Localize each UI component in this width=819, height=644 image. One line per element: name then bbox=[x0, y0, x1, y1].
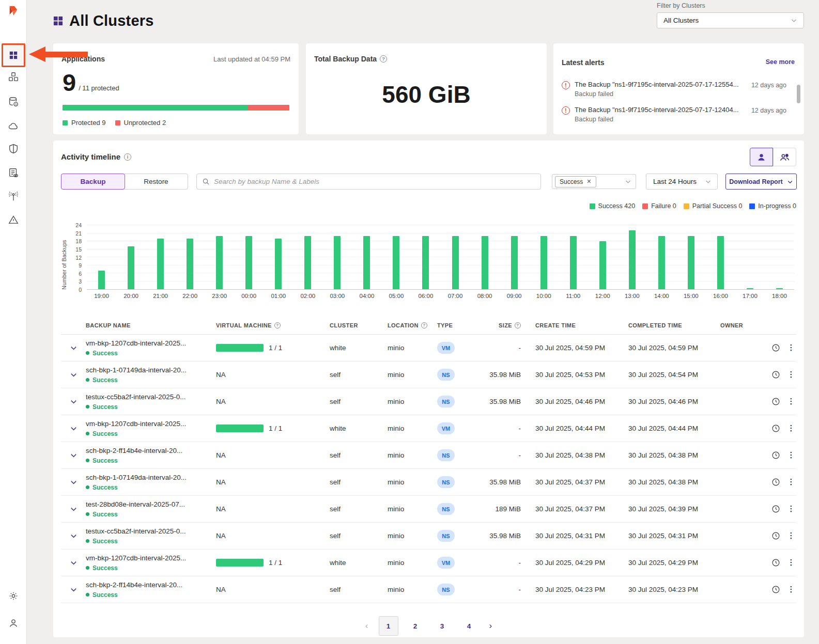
tab-restore[interactable]: Restore bbox=[125, 174, 188, 189]
type-cell: NS bbox=[437, 449, 486, 461]
chart-bar[interactable] bbox=[422, 236, 429, 289]
sidebar-item-profile[interactable] bbox=[7, 617, 20, 630]
chart-bar[interactable] bbox=[98, 271, 105, 289]
chart-bar[interactable] bbox=[128, 246, 134, 289]
chart-bar[interactable] bbox=[511, 236, 518, 289]
expand-chevron-icon[interactable] bbox=[61, 559, 86, 567]
chart-bar[interactable] bbox=[482, 236, 488, 289]
prev-page-button[interactable]: ‹ bbox=[362, 621, 372, 631]
kebab-menu-icon[interactable]: ⋮ bbox=[786, 588, 796, 591]
chart-bar[interactable] bbox=[452, 236, 459, 289]
sidebar-item-settings[interactable] bbox=[7, 589, 20, 603]
status-filter-select[interactable]: Success ✕ bbox=[552, 174, 636, 189]
app-logo-icon[interactable] bbox=[7, 4, 20, 18]
next-page-button[interactable]: › bbox=[486, 621, 496, 631]
sidebar-item-alerts[interactable] bbox=[7, 213, 20, 227]
chart-bar[interactable] bbox=[187, 239, 193, 289]
clock-icon[interactable] bbox=[765, 424, 786, 433]
help-icon[interactable]: ? bbox=[274, 322, 281, 328]
x-tick-label: 05:00 bbox=[382, 293, 411, 299]
chart-bar[interactable] bbox=[688, 236, 694, 289]
page-button[interactable]: 1 bbox=[379, 616, 398, 636]
chart-bar[interactable] bbox=[304, 236, 311, 289]
sidebar-item-reports[interactable] bbox=[7, 166, 20, 180]
single-user-view-button[interactable] bbox=[750, 148, 773, 166]
kebab-menu-icon[interactable]: ⋮ bbox=[786, 507, 796, 510]
sidebar-item-clusters[interactable] bbox=[7, 70, 20, 84]
table-body: vm-bkp-1207cdb-interval-2025...Success1 … bbox=[61, 335, 796, 603]
sidebar-item-monitoring[interactable] bbox=[7, 190, 20, 203]
expand-chevron-icon[interactable] bbox=[61, 371, 86, 379]
info-icon[interactable]: i bbox=[124, 153, 131, 161]
kebab-menu-icon[interactable]: ⋮ bbox=[786, 561, 796, 564]
cluster-filter-select[interactable]: All Clusters bbox=[657, 12, 804, 28]
kebab-menu-icon[interactable]: ⋮ bbox=[786, 453, 796, 457]
chart-bar[interactable] bbox=[599, 241, 606, 289]
y-tick-label: 3 bbox=[79, 278, 82, 285]
chart-legend-item: Success 420 bbox=[590, 202, 636, 210]
help-icon[interactable]: ? bbox=[515, 322, 521, 328]
chart-bar[interactable] bbox=[393, 236, 399, 289]
expand-chevron-icon[interactable] bbox=[61, 478, 86, 486]
see-more-link[interactable]: See more bbox=[766, 58, 795, 66]
clock-icon[interactable] bbox=[765, 478, 786, 486]
kebab-menu-icon[interactable]: ⋮ bbox=[786, 400, 796, 403]
download-report-button[interactable]: Download Report bbox=[725, 174, 797, 190]
sidebar-item-targets[interactable] bbox=[7, 119, 20, 133]
expand-chevron-icon[interactable] bbox=[61, 398, 86, 405]
kebab-menu-icon[interactable]: ⋮ bbox=[786, 346, 796, 349]
clock-icon[interactable] bbox=[765, 343, 786, 352]
expand-chevron-icon[interactable] bbox=[61, 532, 86, 540]
alerts-scrollbar[interactable] bbox=[797, 85, 800, 103]
chart-bar[interactable] bbox=[363, 236, 370, 289]
expand-chevron-icon[interactable] bbox=[61, 344, 86, 352]
sidebar-item-security[interactable] bbox=[7, 142, 20, 155]
kebab-menu-icon[interactable]: ⋮ bbox=[786, 373, 796, 376]
clock-icon[interactable] bbox=[765, 531, 786, 540]
chart-bar[interactable] bbox=[570, 236, 577, 289]
chart-bar[interactable] bbox=[717, 236, 724, 289]
page-button[interactable]: 3 bbox=[432, 616, 452, 636]
cluster-filter-value: All Clusters bbox=[663, 17, 699, 24]
clock-icon[interactable] bbox=[765, 397, 786, 406]
protected-count-number: 9 bbox=[63, 70, 76, 95]
sidebar-item-backups[interactable] bbox=[7, 95, 20, 108]
clock-icon[interactable] bbox=[765, 585, 786, 594]
expand-chevron-icon[interactable] bbox=[61, 451, 86, 459]
chart-bar[interactable] bbox=[658, 236, 665, 289]
page-button[interactable]: 2 bbox=[406, 616, 425, 636]
multi-user-view-button[interactable] bbox=[773, 148, 796, 166]
page-title-grid-icon bbox=[53, 16, 63, 26]
create-time-cell: 30 Jul 2025, 04:46 PM bbox=[535, 398, 628, 405]
chip-remove-icon[interactable]: ✕ bbox=[586, 178, 591, 185]
help-icon[interactable]: ? bbox=[421, 322, 427, 328]
x-tick-label: 23:00 bbox=[205, 293, 234, 299]
kebab-menu-icon[interactable]: ⋮ bbox=[786, 427, 796, 430]
chart-bar[interactable] bbox=[275, 239, 282, 289]
expand-chevron-icon[interactable] bbox=[61, 425, 86, 432]
chart-bar[interactable] bbox=[216, 236, 223, 289]
chart-bar[interactable] bbox=[747, 288, 753, 289]
clock-icon[interactable] bbox=[765, 505, 786, 513]
kebab-menu-icon[interactable]: ⋮ bbox=[786, 534, 796, 537]
search-input[interactable] bbox=[214, 178, 535, 185]
kebab-menu-icon[interactable]: ⋮ bbox=[786, 480, 796, 483]
help-icon[interactable]: ? bbox=[380, 55, 387, 62]
clock-icon[interactable] bbox=[765, 558, 786, 567]
chart-bar[interactable] bbox=[629, 230, 636, 289]
page-button[interactable]: 4 bbox=[459, 616, 479, 636]
clock-icon[interactable] bbox=[765, 370, 786, 379]
chart-bar[interactable] bbox=[540, 236, 547, 289]
x-tick-label: 22:00 bbox=[176, 293, 205, 299]
chevron-down-icon bbox=[705, 178, 712, 185]
chart-bar[interactable] bbox=[245, 236, 252, 289]
clock-icon[interactable] bbox=[765, 451, 786, 460]
expand-chevron-icon[interactable] bbox=[61, 586, 86, 593]
chart-bar[interactable] bbox=[776, 288, 783, 289]
tab-backup[interactable]: Backup bbox=[61, 174, 125, 190]
time-range-select[interactable]: Last 24 Hours bbox=[646, 174, 718, 190]
expand-chevron-icon[interactable] bbox=[61, 505, 86, 513]
chart-bar[interactable] bbox=[334, 236, 341, 289]
chart-bar[interactable] bbox=[157, 239, 164, 289]
sidebar-item-dashboard[interactable] bbox=[2, 43, 25, 67]
